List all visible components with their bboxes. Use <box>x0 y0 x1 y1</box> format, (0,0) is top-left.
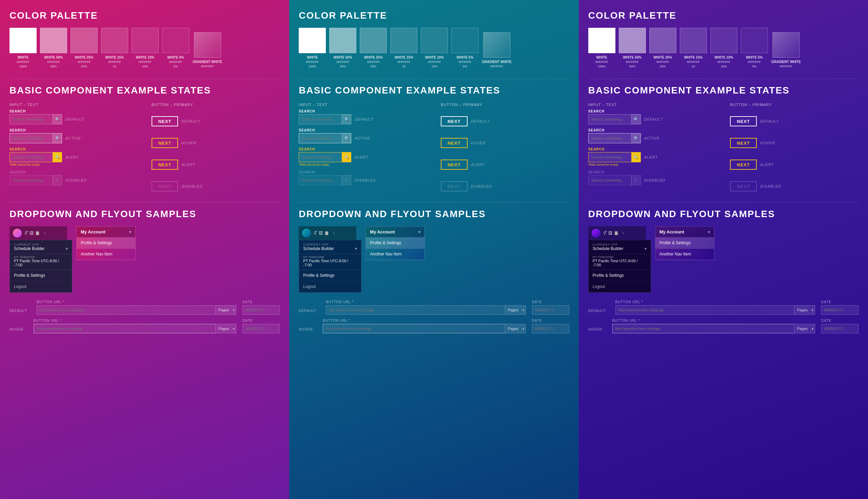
flyout-item-logout-2[interactable]: Logout <box>299 281 361 292</box>
search-button-alert-3[interactable]: 🔍 <box>631 152 641 162</box>
date-input-default-2[interactable] <box>532 305 569 315</box>
btn-next-disabled-1: NEXT <box>152 181 178 191</box>
image-icon-2: 🖼 <box>319 231 323 235</box>
date-input-hover-1[interactable] <box>242 324 280 333</box>
account-item-another-3[interactable]: Another Nav Item <box>655 249 714 260</box>
search-button-active-1[interactable]: 🔍 <box>52 133 62 143</box>
search-button-active-2[interactable]: 🔍 <box>342 133 351 143</box>
components-title-1: BASIC COMPONENT EXAMPLE STATES <box>10 85 280 96</box>
url-section-2: DEFAULT: BUTTON URL * Pages DATE HOVER: <box>299 300 569 333</box>
flyout-demo-3: ⚥ 🖼 📋 › CURRENT APP Schedule Builder ▾ M… <box>588 226 858 293</box>
url-input-hover-2[interactable] <box>323 324 504 333</box>
button-section-3: BUTTON – PRIMARY NEXT DEFAULT NEXT HOVER… <box>730 103 858 196</box>
url-input-default-3[interactable] <box>615 305 794 315</box>
date-group-default-1: DATE <box>242 300 280 315</box>
url-row-default-2: DEFAULT: BUTTON URL * Pages DATE <box>299 300 569 315</box>
search-disabled-3: SEARCH 🔍 DISABLED <box>588 170 717 185</box>
btn-next-default-3[interactable]: NEXT <box>730 116 757 126</box>
flyout-item-logout-3[interactable]: Logout <box>588 281 651 292</box>
state-default-1: DEFAULT <box>66 117 86 121</box>
account-item-profile-2[interactable]: Profile & Settings <box>366 238 425 249</box>
search-disabled-2: SEARCH 🔍 DISABLED <box>299 170 427 185</box>
url-row-default-1: DEFAULT: BUTTON URL * Pages DATE <box>10 300 280 315</box>
search-alert-1: SEARCH 🔍 ALERT *field cannot be empty <box>10 147 138 166</box>
button-section-1: BUTTON – PRIMARY NEXT DEFAULT NEXT HOVER <box>152 103 280 196</box>
btn-next-hover-3[interactable]: NEXT <box>730 138 757 148</box>
url-input-default-1[interactable] <box>37 305 215 315</box>
date-input-default-1[interactable] <box>242 305 280 315</box>
account-item-profile-1[interactable]: Profile & Settings <box>76 238 135 249</box>
btn-next-default-2[interactable]: NEXT <box>441 116 467 126</box>
nav-flyout-wrap-3: ⚥ 🖼 📋 › CURRENT APP Schedule Builder ▾ M… <box>588 226 651 293</box>
nav-chevron-icon-3[interactable]: › <box>623 231 624 235</box>
account-item-another-2[interactable]: Another Nav Item <box>366 249 425 260</box>
flyout-item-logout-1[interactable]: Logout <box>10 281 72 292</box>
color-palette-3: WHITE#FFFFFF100% WHITE 50%#FFFFFF50% WHI… <box>588 28 858 69</box>
url-select-default-2[interactable]: Pages <box>505 305 526 315</box>
search-button-default-1[interactable]: 🔍 <box>52 114 62 124</box>
search-button-alert-2[interactable]: 🔍 <box>342 152 351 162</box>
nav-flyout-wrap-1: ⚥ 🖼 📋 › CURRENT APP Schedule Builder ▾ M… <box>10 226 72 293</box>
search-button-disabled-1: 🔍 <box>52 175 62 185</box>
flyout-demo-2: ⚥ 🖼 📋 › CURRENT APP Schedule Builder ▾ M… <box>299 226 569 293</box>
btn-next-hover-1[interactable]: NEXT <box>152 138 178 148</box>
swatch-white-5: WHITE 5% #FFFFFF 5% <box>162 28 189 69</box>
account-header-2[interactable]: My Account ▾ <box>366 227 425 238</box>
app-chevron-icon-2[interactable]: ▾ <box>355 246 357 251</box>
url-select-hover-1[interactable]: Pages <box>215 324 236 333</box>
account-header-1[interactable]: My Account ▾ <box>76 227 135 238</box>
account-chevron-icon-2: ▾ <box>418 230 420 234</box>
url-default-label-1: DEFAULT: <box>10 309 28 315</box>
swatch-white-15: WHITE 15% #FFFFFF 15 <box>101 28 128 69</box>
url-select-default-1[interactable]: Pages <box>215 305 236 315</box>
url-input-hover-1[interactable] <box>34 324 215 333</box>
nav-chevron-icon[interactable]: › <box>44 231 45 235</box>
url-select-hover-3[interactable]: Pages <box>794 324 815 333</box>
search-button-default-3[interactable]: 🔍 <box>631 114 641 124</box>
search-button-alert-1[interactable]: 🔍 <box>52 152 62 162</box>
date-input-default-3[interactable] <box>821 305 858 315</box>
account-chevron-icon-3: ▾ <box>708 230 710 234</box>
button-label-1: BUTTON – PRIMARY <box>152 103 280 107</box>
date-input-hover-3[interactable] <box>821 324 858 333</box>
app-chevron-icon[interactable]: ▾ <box>66 246 68 251</box>
btn-next-alert-1[interactable]: NEXT <box>152 160 178 170</box>
account-item-profile-3[interactable]: Profile & Settings <box>655 238 714 249</box>
flyout-item-profile-3[interactable]: Profile & Settings <box>588 270 651 281</box>
url-section-1: DEFAULT: BUTTON URL * Pages DATE HOVER: <box>10 300 280 333</box>
btn-next-alert-3[interactable]: NEXT <box>730 160 757 170</box>
flyout-menu-3: CURRENT APP Schedule Builder ▾ MY TIMEZO… <box>588 240 651 293</box>
account-item-another-1[interactable]: Another Nav Item <box>76 249 135 260</box>
dropdown-title-3: DROPDOWN AND FLYOUT SAMPLES <box>588 209 858 220</box>
btn-state-default-1: DEFAULT <box>181 119 202 123</box>
search-button-active-3[interactable]: 🔍 <box>631 133 641 143</box>
app-chevron-icon-3[interactable]: ▾ <box>644 246 646 251</box>
swatch-gradient-white: GRADIENT WHITE #FFFFFF <box>193 32 222 69</box>
date-input-hover-2[interactable] <box>532 324 569 333</box>
btn-disabled-group-1: NEXT DISABLED <box>152 174 280 191</box>
account-name-1: My Account <box>81 229 105 234</box>
url-input-hover-3[interactable] <box>613 324 794 333</box>
components-title-3: BASIC COMPONENT EXAMPLE STATES <box>588 85 858 96</box>
account-dropdown-2: My Account ▾ Profile & Settings Another … <box>366 226 425 260</box>
search-alert-2: SEARCH 🔍 ALERT *field cannot be empty <box>299 147 427 166</box>
input-label-1: INPUT – TEXT <box>10 103 138 107</box>
flyout-item-profile-1[interactable]: Profile & Settings <box>10 270 72 281</box>
url-input-default-2[interactable] <box>326 305 504 315</box>
btn-next-default-1[interactable]: NEXT <box>152 116 178 126</box>
url-select-default-3[interactable]: Pages <box>794 305 815 315</box>
gender-icon: ⚥ <box>24 231 28 235</box>
btn-next-alert-2[interactable]: NEXT <box>441 160 467 170</box>
search-active-1: SEARCH 🔍 ACTIVE <box>10 129 138 143</box>
search-button-default-2[interactable]: 🔍 <box>342 114 351 124</box>
account-header-3[interactable]: My Account ▾ <box>655 227 714 238</box>
clipboard-icon-3: 📋 <box>614 231 619 235</box>
btn-next-hover-2[interactable]: NEXT <box>441 138 467 148</box>
nav-icons-1: ⚥ 🖼 📋 <box>24 231 40 235</box>
color-palette-1: WHITE #FFFFFF 100% WHITE 50% #FFFFFF 50%… <box>10 28 280 69</box>
url-select-hover-2[interactable]: Pages <box>505 324 526 333</box>
flyout-item-profile-2[interactable]: Profile & Settings <box>299 270 361 281</box>
image-icon: 🖼 <box>29 231 34 235</box>
url-section-3: DEFAULT: BUTTON URL * Pages DATE HOVER: <box>588 300 858 333</box>
nav-chevron-icon-2[interactable]: › <box>333 231 335 235</box>
